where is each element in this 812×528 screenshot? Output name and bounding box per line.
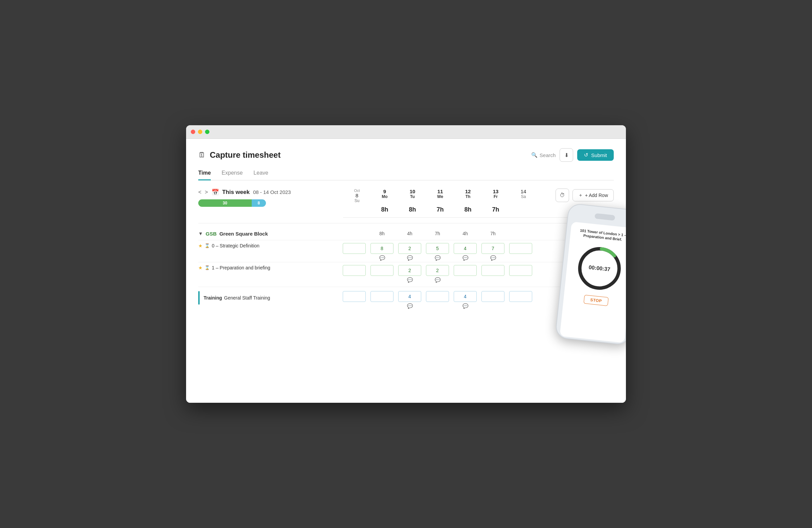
progress-blue: 8 [252, 199, 266, 207]
day-number: 13 [482, 188, 509, 194]
comment-icon-we[interactable]: 💬 [435, 277, 440, 283]
day-col-tu: 10 Tu [398, 188, 426, 203]
header: 🗓 Capture timesheet 🔍 Search ⬇ ↺ Submit [198, 148, 614, 162]
time-input-tu[interactable] [398, 243, 421, 254]
time-input-th[interactable] [454, 243, 477, 254]
time-input-su[interactable] [343, 291, 366, 302]
task-strategic-text: 0 – Strategic Definition [212, 243, 260, 248]
time-input-fr[interactable] [481, 265, 505, 276]
titlebar [186, 125, 626, 139]
submit-button[interactable]: ↺ Submit [577, 149, 614, 161]
comment-icon-tu[interactable]: 💬 [407, 255, 413, 261]
time-input-sa[interactable] [509, 243, 532, 254]
time-input-tu[interactable] [398, 291, 421, 302]
task-preparation-row: ★ ⌛ 1 – Preparation and briefing 💬 💬 [198, 262, 614, 284]
cell-sa [507, 243, 535, 261]
time-input-we[interactable] [426, 265, 449, 276]
time-input-su[interactable] [343, 243, 366, 254]
progress-bar: 30 8 [198, 199, 266, 207]
training-label-area: Training General Staff Training [198, 291, 340, 304]
time-input-th[interactable] [454, 291, 477, 302]
header-left: 🗓 Capture timesheet [198, 150, 280, 160]
gsb-label-area: ▼ GSB Green Square Block [198, 227, 340, 240]
comment-icon-th[interactable]: 💬 [463, 303, 468, 309]
cell-su [340, 291, 368, 309]
task-preparation-label: ★ ⌛ 1 – Preparation and briefing [198, 265, 340, 270]
progress-green: 30 [198, 199, 252, 207]
submit-icon: ↺ [584, 152, 589, 158]
add-row-button[interactable]: ＋ + Add Row [572, 189, 614, 201]
time-input-tu[interactable] [398, 265, 421, 276]
prev-week-button[interactable]: < [198, 189, 201, 195]
tab-expense[interactable]: Expense [222, 170, 243, 181]
close-dot[interactable] [191, 130, 195, 134]
next-week-button[interactable]: > [205, 189, 208, 195]
day-col-we: 11 We [426, 188, 454, 203]
day-col-su: Oct 8 Su [343, 188, 371, 203]
minimize-dot[interactable] [198, 130, 202, 134]
stop-button[interactable]: STOP [583, 295, 609, 305]
time-input-sa[interactable] [509, 265, 532, 276]
cell-tu: 💬 [396, 291, 424, 309]
task-preparation-cells: 💬 💬 [340, 265, 535, 283]
stop-label: STOP [590, 297, 602, 303]
gsb-hours-row: 8h 4h 7h 4h 7h [340, 231, 535, 236]
timer-circle: 00:00:37 [574, 242, 626, 295]
gsb-name: Green Square Block [219, 231, 267, 237]
cell-fr [479, 291, 507, 309]
task-strategic-cells: 💬 💬 💬 💬 💬 [340, 243, 535, 261]
comment-icon-fr[interactable]: 💬 [490, 255, 496, 261]
app-window: 🗓 Capture timesheet 🔍 Search ⬇ ↺ Submit [186, 125, 626, 403]
task-strategic-row: ★ ⌛ 0 – Strategic Definition 💬 💬 [198, 240, 614, 262]
cell-tu: 💬 [396, 243, 424, 261]
time-input-th[interactable] [454, 265, 477, 276]
day-name: Sa [509, 194, 537, 199]
tab-leave[interactable]: Leave [253, 170, 268, 181]
hours-cell-tu: 8h [398, 206, 426, 213]
day-number: 12 [454, 188, 482, 194]
time-input-mo[interactable] [371, 243, 393, 254]
time-input-fr[interactable] [481, 291, 505, 302]
cell-mo [368, 265, 396, 283]
comment-icon-mo[interactable]: 💬 [379, 255, 385, 261]
phone-task-title: 101 Tower of London > 1 – Preparation an… [574, 227, 626, 243]
download-button[interactable]: ⬇ [560, 148, 573, 162]
day-name: We [426, 194, 454, 199]
date-range: 08 - 14 Oct 2023 [253, 189, 291, 195]
maximize-dot[interactable] [205, 130, 209, 134]
comment-icon-we[interactable]: 💬 [435, 255, 440, 261]
training-cells: 💬 💬 [340, 291, 535, 309]
tab-time[interactable]: Time [198, 170, 211, 181]
time-input-sa[interactable] [509, 291, 532, 302]
comment-icon-tu[interactable]: 💬 [407, 303, 413, 309]
time-input-su[interactable] [343, 265, 366, 276]
search-label: Search [540, 152, 556, 158]
tabs-bar: Time Expense Leave [198, 170, 614, 181]
comment-icon-th[interactable]: 💬 [463, 255, 468, 261]
hours-cell-fr: 7h [482, 206, 509, 213]
day-name: Tu [398, 194, 426, 199]
star-icon: ★ [198, 265, 203, 270]
submit-label: Submit [591, 152, 607, 158]
cell-fr [479, 265, 507, 283]
hours-cell-sa [509, 206, 537, 213]
timer-button[interactable]: ⏱ [555, 188, 569, 202]
day-col-sa: 14 Sa [509, 188, 537, 203]
comment-icon-tu[interactable]: 💬 [407, 277, 413, 283]
cell-fr: 💬 [479, 243, 507, 261]
hourglass-icon: ⌛ [205, 243, 210, 248]
hourglass-icon: ⌛ [205, 265, 210, 270]
cell-th: 💬 [451, 291, 479, 309]
cell-we: 💬 [424, 243, 451, 261]
time-input-we[interactable] [426, 291, 449, 302]
hours-cell-th: 8h [454, 206, 482, 213]
download-icon: ⬇ [564, 152, 569, 158]
time-input-mo[interactable] [371, 291, 393, 302]
cell-mo [368, 291, 396, 309]
time-input-mo[interactable] [371, 265, 393, 276]
time-input-fr[interactable] [481, 243, 505, 254]
hours-cell-su [343, 206, 371, 213]
search-area[interactable]: 🔍 Search [531, 152, 556, 158]
hours-cell-we: 7h [426, 206, 454, 213]
time-input-we[interactable] [426, 243, 449, 254]
